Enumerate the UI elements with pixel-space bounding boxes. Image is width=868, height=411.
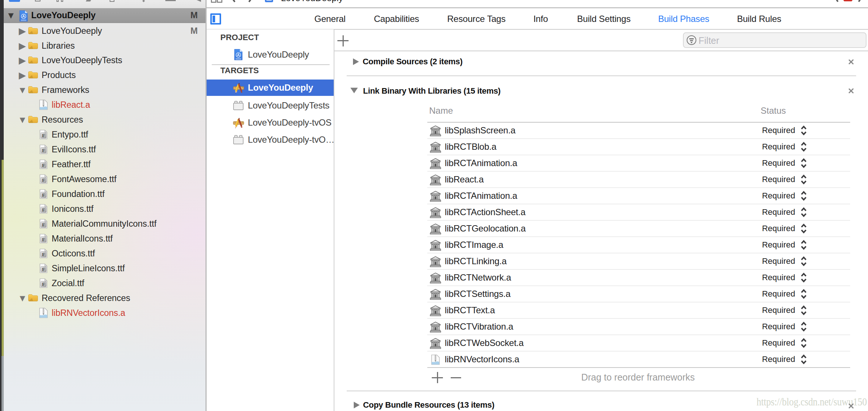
svg-text:LoveYouDeeply: LoveYouDeeply xyxy=(281,0,343,3)
